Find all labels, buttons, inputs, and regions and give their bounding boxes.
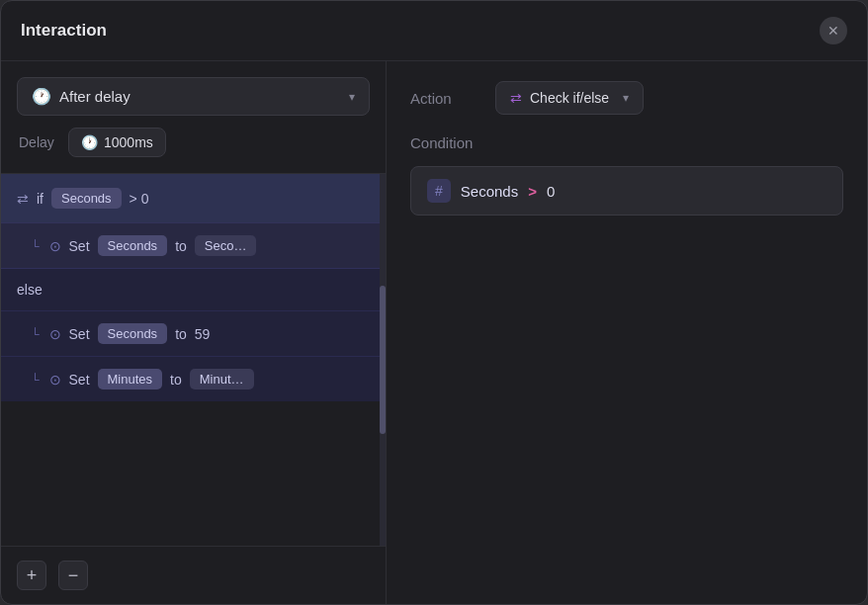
delay-label: Delay bbox=[19, 134, 58, 150]
set-variable-pill-2[interactable]: Seconds bbox=[98, 323, 168, 344]
trigger-label: After delay bbox=[59, 88, 130, 105]
else-row: else bbox=[1, 268, 386, 310]
dialog-header: Interaction ✕ bbox=[1, 1, 867, 61]
set-to-1: to bbox=[175, 238, 187, 254]
action-dropdown[interactable]: ⇄ Check if/else ▾ bbox=[495, 81, 644, 115]
set-icon-2: ⊙ bbox=[49, 326, 61, 342]
close-icon: ✕ bbox=[827, 23, 839, 39]
trigger-left: 🕐 After delay bbox=[32, 87, 130, 106]
condition-value: 0 bbox=[547, 183, 555, 200]
set-value-pill-1[interactable]: Seco… bbox=[195, 235, 257, 256]
set-value-2: 59 bbox=[195, 326, 211, 342]
set-keyword-3: Set bbox=[69, 372, 90, 388]
close-button[interactable]: ✕ bbox=[820, 17, 847, 44]
set-keyword-2: Set bbox=[69, 326, 90, 342]
delay-row: Delay 🕐 1000ms bbox=[17, 128, 370, 157]
set-variable-pill-3[interactable]: Minutes bbox=[98, 369, 163, 389]
else-keyword: else bbox=[17, 282, 43, 298]
add-button[interactable]: + bbox=[17, 561, 46, 590]
set-to-3: to bbox=[170, 372, 182, 388]
action-row: Action ⇄ Check if/else ▾ bbox=[410, 81, 843, 115]
set-value-pill-3[interactable]: Minut… bbox=[190, 369, 254, 389]
delay-value-text: 1000ms bbox=[104, 134, 153, 150]
set-row-minutes[interactable]: └ ⊙ Set Minutes to Minut… bbox=[1, 356, 386, 401]
chevron-down-icon: ▾ bbox=[349, 90, 355, 104]
condition-section: Condition # Seconds > 0 bbox=[410, 134, 843, 216]
condition-operator: > bbox=[528, 183, 537, 200]
interaction-dialog: Interaction ✕ 🕐 After delay ▾ Delay bbox=[0, 0, 868, 605]
scrollbar-track bbox=[380, 174, 386, 546]
hash-icon: # bbox=[427, 179, 451, 203]
delay-value-input[interactable]: 🕐 1000ms bbox=[68, 128, 166, 157]
if-variable-pill[interactable]: Seconds bbox=[51, 188, 122, 209]
set-row-seconds-2[interactable]: └ ⊙ Set Seconds to 59 bbox=[1, 310, 386, 356]
trigger-dropdown[interactable]: 🕐 After delay ▾ bbox=[17, 77, 370, 116]
set-keyword-1: Set bbox=[69, 238, 90, 254]
indent-icon-2: └ bbox=[31, 327, 40, 341]
plus-icon: + bbox=[27, 565, 38, 586]
left-panel: 🕐 After delay ▾ Delay 🕐 1000ms bbox=[1, 61, 387, 604]
trigger-section: 🕐 After delay ▾ Delay 🕐 1000ms bbox=[1, 61, 386, 174]
condition-list-wrap: ⇄ if Seconds > 0 └ ⊙ Set Seconds to Seco… bbox=[1, 174, 386, 546]
action-chevron-icon: ▾ bbox=[623, 91, 629, 105]
action-value: Check if/else bbox=[530, 90, 609, 106]
delay-icon: 🕐 bbox=[81, 134, 98, 150]
scrollbar-thumb[interactable] bbox=[380, 286, 386, 434]
minus-icon: − bbox=[68, 565, 79, 586]
indent-icon-3: └ bbox=[31, 373, 40, 387]
if-operator: > 0 bbox=[130, 191, 149, 207]
set-row-seconds-1[interactable]: └ ⊙ Set Seconds to Seco… bbox=[1, 222, 386, 268]
condition-variable: Seconds bbox=[461, 183, 518, 200]
right-panel: Action ⇄ Check if/else ▾ Condition # Sec… bbox=[387, 61, 867, 604]
condition-list: ⇄ if Seconds > 0 └ ⊙ Set Seconds to Seco… bbox=[1, 174, 386, 401]
condition-label: Condition bbox=[410, 134, 473, 151]
if-keyword: if bbox=[37, 191, 43, 207]
dialog-body: 🕐 After delay ▾ Delay 🕐 1000ms bbox=[1, 61, 867, 604]
condition-pill-row[interactable]: # Seconds > 0 bbox=[410, 166, 843, 216]
if-row[interactable]: ⇄ if Seconds > 0 bbox=[1, 174, 386, 222]
action-label: Action bbox=[410, 90, 479, 107]
branch-icon: ⇄ bbox=[17, 191, 29, 207]
indent-icon: └ bbox=[31, 239, 40, 253]
timer-icon: 🕐 bbox=[32, 87, 51, 106]
dialog-title: Interaction bbox=[21, 21, 107, 41]
set-icon-3: ⊙ bbox=[49, 372, 61, 388]
set-to-2: to bbox=[175, 326, 187, 342]
action-icon: ⇄ bbox=[510, 90, 522, 106]
remove-button[interactable]: − bbox=[58, 561, 88, 590]
left-toolbar: + − bbox=[1, 546, 386, 604]
set-icon-1: ⊙ bbox=[49, 238, 61, 254]
set-variable-pill-1[interactable]: Seconds bbox=[98, 235, 168, 256]
